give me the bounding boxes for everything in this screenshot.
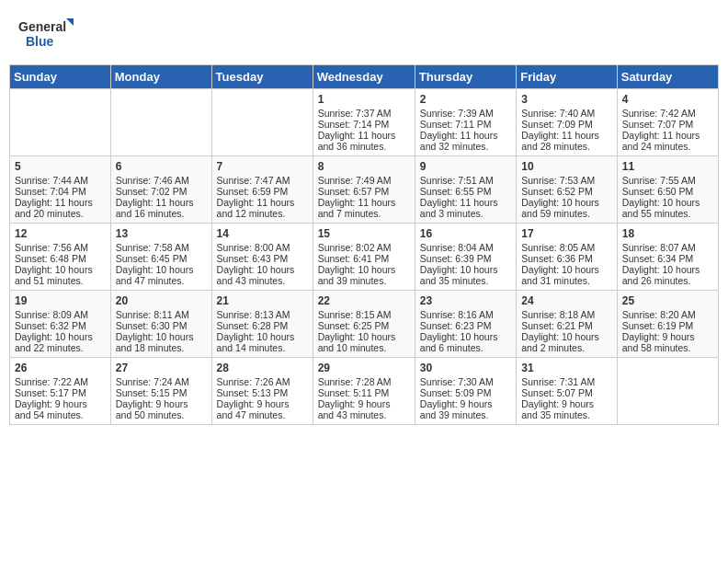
- calendar-cell: 12Sunrise: 7:56 AMSunset: 6:48 PMDayligh…: [10, 224, 111, 291]
- calendar-cell: 20Sunrise: 8:11 AMSunset: 6:30 PMDayligh…: [110, 291, 211, 358]
- day-number: 27: [116, 362, 207, 374]
- day-info-line: Sunset: 5:15 PM: [116, 387, 207, 398]
- day-info-line: and 26 minutes.: [622, 275, 713, 286]
- day-info-line: Sunrise: 7:58 AM: [116, 242, 207, 253]
- day-info-line: Sunrise: 7:44 AM: [15, 175, 106, 186]
- calendar-cell: 16Sunrise: 8:04 AMSunset: 6:39 PMDayligh…: [415, 224, 516, 291]
- day-info-line: Sunset: 5:09 PM: [420, 387, 511, 398]
- day-info-line: and 59 minutes.: [521, 208, 612, 219]
- day-info-line: and 22 minutes.: [15, 342, 106, 353]
- day-number: 22: [318, 294, 410, 307]
- day-info-line: and 51 minutes.: [15, 275, 106, 286]
- day-info-line: Sunrise: 8:20 AM: [622, 309, 713, 320]
- day-info-line: and 24 minutes.: [622, 141, 713, 152]
- day-info-line: Sunrise: 8:05 AM: [521, 242, 612, 253]
- day-number: 29: [318, 362, 410, 374]
- day-info-line: and 39 minutes.: [420, 409, 511, 420]
- day-info-line: Daylight: 10 hours: [116, 264, 207, 275]
- calendar-table: SundayMondayTuesdayWednesdayThursdayFrid…: [9, 64, 719, 425]
- day-info-line: Sunrise: 8:11 AM: [116, 309, 207, 320]
- day-info-line: Sunset: 6:28 PM: [217, 320, 308, 331]
- day-number: 21: [217, 294, 308, 307]
- day-info-line: and 14 minutes.: [217, 342, 308, 353]
- day-info-line: Sunrise: 7:31 AM: [521, 376, 612, 387]
- day-info-line: Daylight: 9 hours: [622, 331, 713, 342]
- calendar-week-row: 19Sunrise: 8:09 AMSunset: 6:32 PMDayligh…: [10, 291, 719, 358]
- calendar-cell: 24Sunrise: 8:18 AMSunset: 6:21 PMDayligh…: [517, 291, 618, 358]
- calendar-cell: 29Sunrise: 7:28 AMSunset: 5:11 PMDayligh…: [313, 358, 415, 425]
- day-info-line: Sunrise: 7:37 AM: [318, 108, 410, 119]
- calendar-week-row: 12Sunrise: 7:56 AMSunset: 6:48 PMDayligh…: [10, 224, 719, 291]
- calendar-cell: [10, 89, 111, 156]
- day-info-line: Sunset: 6:45 PM: [116, 253, 207, 264]
- calendar-header-row: SundayMondayTuesdayWednesdayThursdayFrid…: [10, 65, 719, 89]
- day-number: 17: [521, 227, 612, 240]
- day-info-line: Sunset: 7:14 PM: [318, 119, 410, 130]
- day-info-line: and 43 minutes.: [217, 275, 308, 286]
- day-info-line: and 50 minutes.: [116, 409, 207, 420]
- calendar-cell: 25Sunrise: 8:20 AMSunset: 6:19 PMDayligh…: [617, 291, 718, 358]
- calendar-cell: 31Sunrise: 7:31 AMSunset: 5:07 PMDayligh…: [517, 358, 618, 425]
- calendar-cell: 3Sunrise: 7:40 AMSunset: 7:09 PMDaylight…: [517, 89, 618, 156]
- day-info-line: Daylight: 11 hours: [217, 197, 308, 208]
- day-info-line: and 3 minutes.: [420, 208, 511, 219]
- day-info-line: Sunset: 6:21 PM: [521, 320, 612, 331]
- day-number: 11: [622, 160, 713, 173]
- calendar-cell: 5Sunrise: 7:44 AMSunset: 7:04 PMDaylight…: [10, 156, 111, 224]
- day-info-line: Sunrise: 7:40 AM: [521, 108, 612, 119]
- day-info-line: and 47 minutes.: [116, 275, 207, 286]
- weekday-header: Monday: [110, 65, 211, 89]
- day-info-line: Sunrise: 8:04 AM: [420, 242, 511, 253]
- calendar-cell: 15Sunrise: 8:02 AMSunset: 6:41 PMDayligh…: [313, 224, 415, 291]
- calendar-cell: [211, 89, 313, 156]
- calendar-cell: 4Sunrise: 7:42 AMSunset: 7:07 PMDaylight…: [617, 89, 718, 156]
- day-info-line: Sunrise: 7:28 AM: [318, 376, 410, 387]
- calendar-cell: 10Sunrise: 7:53 AMSunset: 6:52 PMDayligh…: [517, 156, 618, 224]
- day-info-line: Sunset: 7:07 PM: [622, 119, 713, 130]
- day-info-line: and 47 minutes.: [217, 409, 308, 420]
- day-info-line: Sunrise: 7:22 AM: [15, 376, 106, 387]
- day-number: 25: [622, 294, 713, 307]
- day-info-line: Daylight: 10 hours: [318, 264, 410, 275]
- day-number: 28: [217, 362, 308, 374]
- day-info-line: Sunset: 6:34 PM: [622, 253, 713, 264]
- day-number: 16: [420, 227, 511, 240]
- day-info-line: Daylight: 10 hours: [521, 331, 612, 342]
- weekday-header: Friday: [517, 65, 618, 89]
- day-info-line: Sunrise: 7:51 AM: [420, 175, 511, 186]
- calendar-week-row: 26Sunrise: 7:22 AMSunset: 5:17 PMDayligh…: [10, 358, 719, 425]
- day-number: 30: [420, 362, 511, 374]
- calendar-cell: 9Sunrise: 7:51 AMSunset: 6:55 PMDaylight…: [415, 156, 516, 224]
- calendar-cell: 27Sunrise: 7:24 AMSunset: 5:15 PMDayligh…: [110, 358, 211, 425]
- day-number: 26: [15, 362, 106, 374]
- day-info-line: Sunrise: 8:07 AM: [622, 242, 713, 253]
- page-header: GeneralBlue: [9, 9, 719, 59]
- day-info-line: Daylight: 10 hours: [15, 264, 106, 275]
- day-info-line: Sunset: 6:32 PM: [15, 320, 106, 331]
- calendar-cell: 28Sunrise: 7:26 AMSunset: 5:13 PMDayligh…: [211, 358, 313, 425]
- day-number: 10: [521, 160, 612, 173]
- day-info-line: Daylight: 10 hours: [318, 331, 410, 342]
- day-number: 14: [217, 227, 308, 240]
- day-info-line: Sunset: 6:59 PM: [217, 186, 308, 197]
- day-info-line: Sunrise: 7:30 AM: [420, 376, 511, 387]
- day-info-line: Sunset: 6:41 PM: [318, 253, 410, 264]
- day-info-line: Daylight: 11 hours: [318, 197, 410, 208]
- day-info-line: Daylight: 10 hours: [420, 331, 511, 342]
- day-info-line: Daylight: 11 hours: [622, 130, 713, 141]
- day-info-line: and 32 minutes.: [420, 141, 511, 152]
- day-info-line: Sunset: 6:55 PM: [420, 186, 511, 197]
- day-info-line: Sunrise: 8:15 AM: [318, 309, 410, 320]
- day-info-line: Sunrise: 8:18 AM: [521, 309, 612, 320]
- day-info-line: Sunset: 6:52 PM: [521, 186, 612, 197]
- day-info-line: Sunrise: 8:13 AM: [217, 309, 308, 320]
- day-number: 20: [116, 294, 207, 307]
- day-info-line: Daylight: 9 hours: [116, 398, 207, 409]
- calendar-cell: 21Sunrise: 8:13 AMSunset: 6:28 PMDayligh…: [211, 291, 313, 358]
- day-info-line: Daylight: 11 hours: [318, 130, 410, 141]
- day-info-line: Sunrise: 7:56 AM: [15, 242, 106, 253]
- day-number: 24: [521, 294, 612, 307]
- day-info-line: Daylight: 10 hours: [622, 264, 713, 275]
- day-info-line: and 35 minutes.: [420, 275, 511, 286]
- calendar-cell: 23Sunrise: 8:16 AMSunset: 6:23 PMDayligh…: [415, 291, 516, 358]
